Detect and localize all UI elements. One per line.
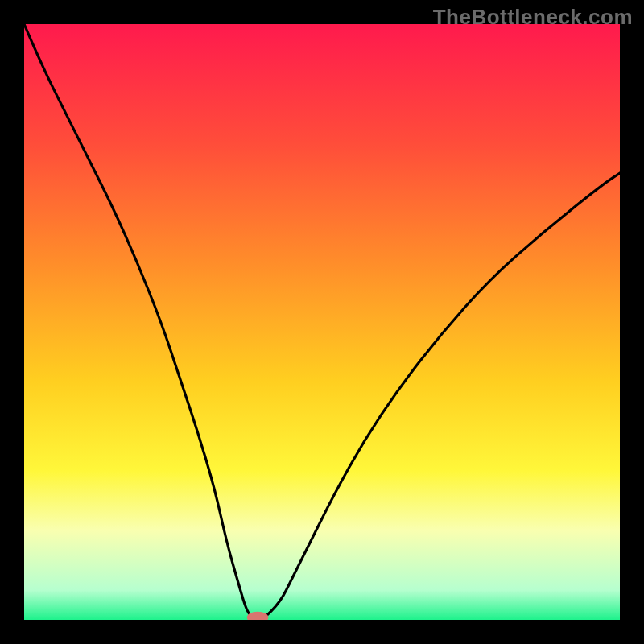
chart-svg: [24, 24, 620, 620]
chart-frame: TheBottleneck.com: [0, 0, 644, 644]
watermark-text: TheBottleneck.com: [433, 5, 633, 30]
chart-background: [24, 24, 620, 620]
chart-plot-area: [24, 24, 620, 620]
